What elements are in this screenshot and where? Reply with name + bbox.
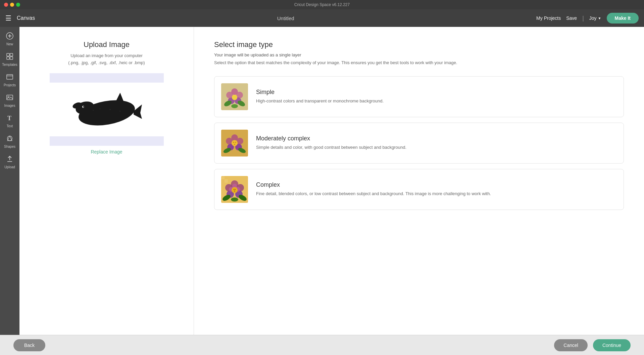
close-button[interactable]	[4, 3, 8, 7]
user-menu-button[interactable]: Joy ▼	[589, 15, 601, 21]
user-name: Joy	[589, 15, 597, 21]
svg-rect-9	[7, 95, 13, 100]
thumbnail-simple	[221, 83, 248, 110]
image-type-card-moderate[interactable]: Moderately complex Simple details and co…	[214, 123, 624, 164]
svg-point-43	[232, 140, 238, 146]
card-info-complex: Complex Fine detail, blended colors, or …	[256, 181, 617, 197]
chevron-down-icon: ▼	[598, 16, 601, 20]
svg-point-60	[232, 187, 238, 193]
minimize-button[interactable]	[10, 3, 14, 7]
continue-button[interactable]: Continue	[593, 339, 631, 351]
bottom-bar: Back Cancel Continue	[0, 335, 644, 355]
sidebar-item-projects[interactable]: Projects	[1, 71, 18, 90]
title-bar: Cricut Design Space v6.12.227	[0, 0, 644, 9]
svg-point-66	[231, 197, 238, 202]
image-type-card-complex[interactable]: Complex Fine detail, blended colors, or …	[214, 169, 624, 210]
projects-icon	[6, 73, 13, 82]
svg-point-24	[99, 108, 100, 109]
upload-title: Upload Image	[84, 40, 130, 49]
menu-icon[interactable]: ☰	[5, 14, 11, 22]
replace-image-button[interactable]: Replace Image	[91, 149, 122, 154]
header-right: My Projects Save | Joy ▼ Make It	[536, 13, 639, 24]
sidebar-item-new-label: New	[6, 42, 13, 46]
sidebar-item-text[interactable]: T Text	[1, 112, 18, 131]
svg-text:T: T	[7, 115, 11, 122]
sidebar-item-shapes[interactable]: Shapes	[1, 132, 18, 151]
content-area: Upload Image Upload an image from your c…	[19, 27, 644, 335]
bottom-right: Cancel Continue	[554, 339, 631, 351]
svg-marker-18	[115, 93, 124, 103]
select-image-type-panel: Select image type Your image will be upl…	[194, 27, 644, 335]
sidebar: New Templates Projects	[0, 27, 19, 335]
images-icon	[6, 94, 13, 103]
card-info-simple: Simple High-contrast colors and transpar…	[256, 89, 617, 104]
card-desc-moderate: Simple details and color, with good cont…	[256, 144, 617, 151]
checker-strip-top	[50, 73, 164, 83]
svg-rect-5	[7, 57, 9, 59]
svg-point-22	[83, 106, 84, 107]
svg-rect-6	[10, 57, 13, 59]
back-button[interactable]: Back	[13, 339, 45, 351]
image-preview-container: Replace Image	[50, 73, 164, 154]
dolphin-image	[66, 83, 147, 136]
svg-rect-50	[221, 176, 225, 179]
svg-point-25	[109, 109, 111, 110]
card-desc-simple: High-contrast colors and transparent or …	[256, 98, 617, 104]
upload-icon	[6, 155, 13, 164]
project-title: Untitled	[277, 15, 294, 21]
sidebar-item-projects-label: Projects	[4, 83, 16, 87]
svg-point-33	[232, 95, 237, 100]
sidebar-item-images-label: Images	[4, 104, 15, 107]
svg-point-26	[119, 110, 121, 112]
sidebar-item-images[interactable]: Images	[1, 91, 18, 110]
app-header: ☰ Canvas Untitled My Projects Save | Joy…	[0, 9, 644, 27]
select-panel-subtitle: Your image will be uploaded as a single …	[214, 52, 624, 57]
svg-point-62	[235, 189, 236, 190]
upload-subtitle-line2: (.png, .jpg, .gif, .svg, .dxf, .heic or …	[68, 59, 145, 66]
svg-marker-19	[134, 104, 142, 119]
templates-icon	[6, 53, 13, 62]
image-type-card-simple[interactable]: Simple High-contrast colors and transpar…	[214, 76, 624, 117]
sidebar-item-upload-label: Upload	[4, 165, 15, 169]
svg-rect-4	[10, 53, 13, 56]
thumbnail-moderate	[221, 130, 248, 157]
window-controls	[4, 3, 20, 7]
sidebar-item-shapes-label: Shapes	[4, 145, 15, 148]
upload-subtitle-line1: Upload an image from your computer	[70, 52, 143, 59]
header-left: ☰ Canvas	[5, 14, 35, 22]
svg-point-23	[93, 109, 94, 110]
svg-rect-3	[7, 53, 9, 56]
sidebar-item-upload[interactable]: Upload	[1, 152, 18, 172]
svg-point-39	[237, 138, 243, 144]
header-divider: |	[582, 15, 584, 22]
svg-point-44	[233, 142, 234, 143]
save-button[interactable]: Save	[566, 15, 577, 21]
thumbnail-complex	[221, 176, 248, 203]
text-icon: T	[6, 114, 13, 123]
svg-point-61	[233, 189, 235, 190]
sidebar-item-templates[interactable]: Templates	[1, 50, 18, 69]
make-it-button[interactable]: Make It	[607, 13, 639, 24]
card-title-simple: Simple	[256, 89, 617, 96]
checker-strip-bottom	[50, 136, 164, 146]
window-title: Cricut Design Space v6.12.227	[294, 2, 350, 7]
sidebar-item-new[interactable]: New	[1, 30, 18, 49]
maximize-button[interactable]	[16, 3, 20, 7]
card-info-moderate: Moderately complex Simple details and co…	[256, 135, 617, 151]
card-title-complex: Complex	[256, 181, 617, 188]
svg-point-12	[7, 136, 12, 141]
select-panel-description: Select the option that best matches the …	[214, 59, 624, 66]
main-layout: New Templates Projects	[0, 27, 644, 335]
sidebar-item-text-label: Text	[7, 124, 13, 128]
card-title-moderate: Moderately complex	[256, 135, 617, 142]
svg-rect-51	[225, 179, 228, 183]
my-projects-button[interactable]: My Projects	[536, 15, 561, 21]
shapes-icon	[6, 135, 13, 144]
svg-point-36	[231, 104, 238, 108]
cancel-button[interactable]: Cancel	[554, 339, 588, 351]
sidebar-item-templates-label: Templates	[2, 63, 17, 66]
canvas-label: Canvas	[17, 15, 35, 21]
card-desc-complex: Fine detail, blended colors, or low cont…	[256, 190, 617, 197]
svg-point-63	[234, 190, 235, 192]
select-panel-title: Select image type	[214, 40, 624, 49]
